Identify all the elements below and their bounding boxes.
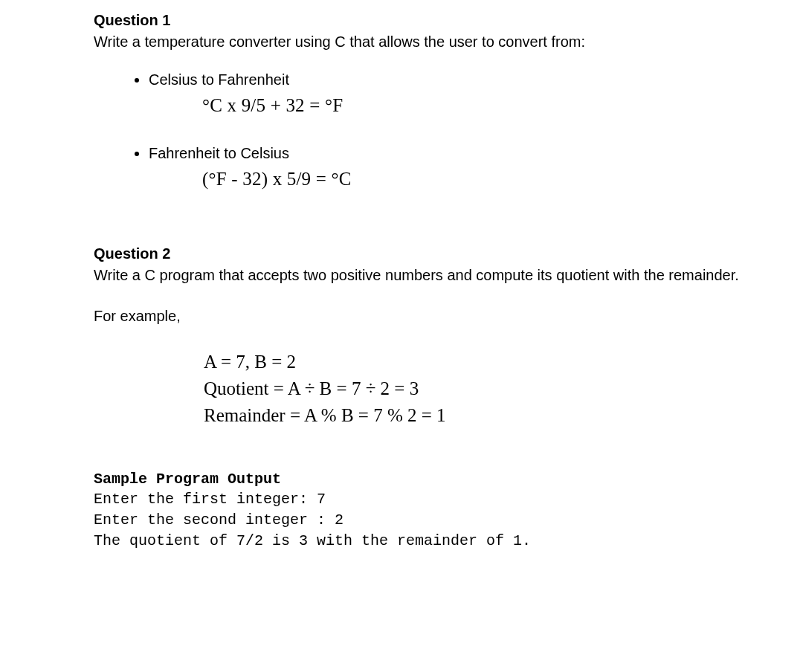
for-example-label: For example, — [94, 306, 778, 326]
question-1-intro: Write a temperature converter using C th… — [94, 32, 778, 52]
bullet-celsius-to-fahrenheit: Celsius to Fahrenheit °C x 9/5 + 32 = °F — [149, 70, 778, 118]
bullet-label: Celsius to Fahrenheit — [149, 71, 289, 88]
question-1-bullet-list: Celsius to Fahrenheit °C x 9/5 + 32 = °F… — [94, 70, 778, 192]
formula-c-to-f: °C x 9/5 + 32 = °F — [202, 93, 778, 118]
math-line-1: A = 7, B = 2 — [204, 349, 778, 375]
document-page: Question 1 Write a temperature converter… — [0, 0, 778, 552]
bullet-fahrenheit-to-celsius: Fahrenheit to Celsius (°F - 32) x 5/9 = … — [149, 143, 778, 192]
formula-f-to-c: (°F - 32) x 5/9 = °C — [202, 167, 778, 192]
question-1-heading: Question 1 — [94, 10, 778, 30]
question-1: Question 1 Write a temperature converter… — [94, 10, 778, 192]
math-line-2: Quotient = A ÷ B = 7 ÷ 2 = 3 — [204, 375, 778, 402]
question-2-intro: Write a C program that accepts two posit… — [94, 265, 778, 285]
sample-output-heading: Sample Program Output — [94, 469, 778, 489]
math-line-3: Remainder = A % B = 7 % 2 = 1 — [204, 402, 778, 429]
sample-output-block: Enter the first integer: 7 Enter the sec… — [94, 489, 778, 552]
bullet-label: Fahrenheit to Celsius — [149, 145, 289, 161]
math-example-block: A = 7, B = 2 Quotient = A ÷ B = 7 ÷ 2 = … — [204, 349, 778, 430]
question-2-heading: Question 2 — [94, 244, 778, 264]
question-2: Question 2 Write a C program that accept… — [94, 244, 778, 552]
